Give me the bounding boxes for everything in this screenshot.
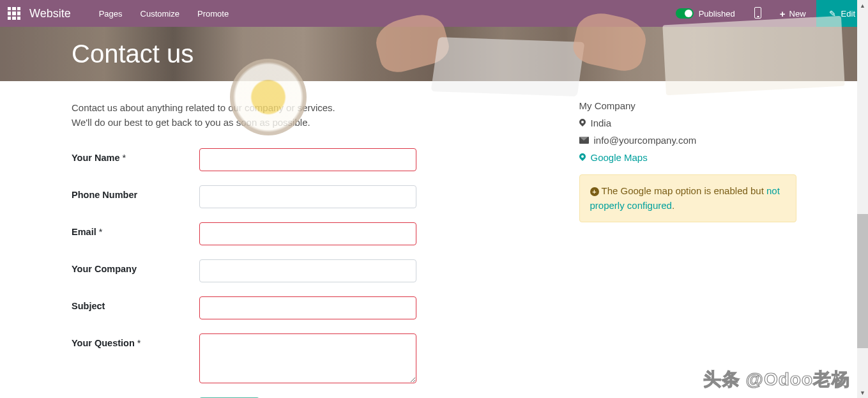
decorative-tablet — [431, 37, 585, 96]
left-column: Contact us about anything related to our… — [72, 100, 521, 398]
mail-icon — [579, 137, 589, 144]
content-area: Contact us about anything related to our… — [0, 81, 868, 398]
decorative-cup — [230, 59, 307, 135]
hero-banner: Contact us — [0, 27, 868, 81]
input-subject[interactable] — [199, 296, 416, 319]
label-your-name: Your Name — [72, 148, 199, 163]
pin-icon — [579, 153, 586, 162]
label-email: Email — [72, 222, 199, 237]
company-maps-row: Google Maps — [579, 152, 797, 163]
pin-icon — [579, 119, 586, 128]
mobile-icon — [754, 7, 761, 19]
label-subject: Subject — [72, 296, 199, 311]
company-email-row: info@yourcompany.com — [579, 135, 797, 146]
scroll-down-arrow[interactable]: ▼ — [857, 387, 868, 398]
alert-text-1: The Google map option is enabled but — [602, 185, 767, 196]
new-label: New — [789, 9, 806, 19]
google-maps-link[interactable]: Google Maps — [591, 152, 648, 163]
company-name: My Company — [579, 100, 797, 111]
company-country: India — [591, 118, 612, 128]
published-toggle[interactable] — [676, 8, 694, 19]
alert-text-2: . — [672, 200, 674, 211]
maps-warning-alert: +The Google map option is enabled but no… — [579, 174, 797, 222]
input-company[interactable] — [199, 259, 416, 282]
input-question[interactable] — [199, 333, 416, 383]
label-phone: Phone Number — [72, 185, 199, 200]
company-country-row: India — [579, 118, 797, 128]
input-phone[interactable] — [199, 185, 416, 208]
company-info: My Company India info@yourcompany.com Go… — [579, 100, 797, 163]
contact-form: Your Name Phone Number Email Your Compan… — [72, 148, 521, 399]
mobile-preview-button[interactable] — [747, 7, 770, 20]
input-email[interactable] — [199, 222, 416, 245]
plus-icon: + — [780, 8, 786, 19]
scroll-thumb[interactable] — [857, 214, 868, 348]
menu-pages[interactable]: Pages — [90, 9, 132, 19]
scroll-up-arrow[interactable]: ▲ — [857, 0, 868, 11]
input-your-name[interactable] — [199, 148, 416, 171]
right-column: My Company India info@yourcompany.com Go… — [579, 100, 797, 398]
info-icon: + — [590, 187, 599, 196]
vertical-scrollbar[interactable]: ▲ ▼ — [857, 0, 868, 398]
edit-label: Edit — [841, 9, 855, 19]
brand-label[interactable]: Website — [29, 7, 71, 20]
apps-icon[interactable] — [8, 7, 20, 20]
menu-customize[interactable]: Customize — [132, 9, 188, 19]
label-question: Your Question — [72, 333, 199, 348]
page-title: Contact us — [72, 40, 194, 68]
published-label: Published — [699, 9, 735, 19]
menu-promote[interactable]: Promote — [188, 9, 238, 19]
label-company: Your Company — [72, 259, 199, 274]
company-email: info@yourcompany.com — [594, 135, 697, 146]
decorative-paper — [662, 16, 844, 96]
